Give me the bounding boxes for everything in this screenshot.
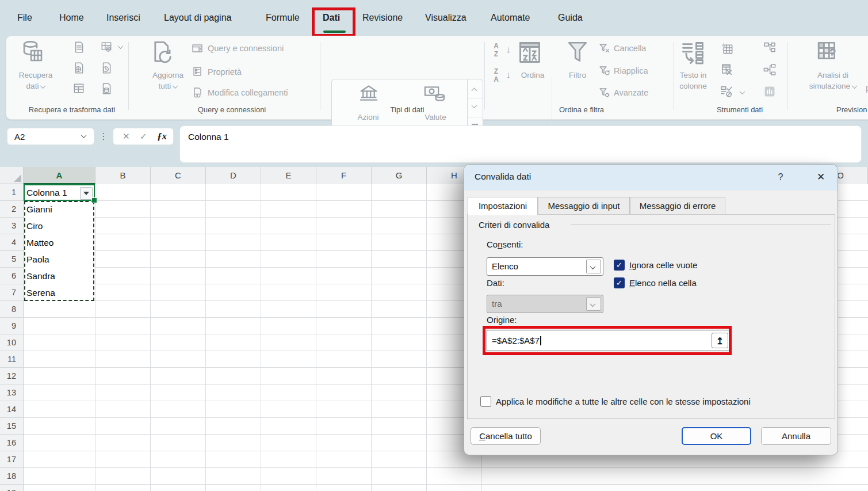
row-header-12[interactable]: 12 <box>0 368 24 385</box>
menu-tab-file[interactable]: File <box>17 0 32 36</box>
fill-handle[interactable] <box>91 197 97 203</box>
dialog-tab-messaggio-input[interactable]: Messaggio di input <box>538 197 630 215</box>
cell-a6[interactable]: Sandra <box>24 268 94 284</box>
from-text-csv-icon[interactable] <box>72 41 85 56</box>
row-header-10[interactable]: 10 <box>0 334 24 351</box>
dialog-titlebar[interactable]: Convalida dati ? ✕ <box>464 165 838 191</box>
row-header-14[interactable]: 14 <box>0 401 24 418</box>
cancel-entry-icon[interactable]: ✕ <box>123 128 130 144</box>
row-header-13[interactable]: 13 <box>0 385 24 401</box>
confirm-entry-icon[interactable]: ✓ <box>140 128 147 144</box>
formula-bar[interactable]: Colonna 1 <box>179 125 862 163</box>
dialog-close-button[interactable]: ✕ <box>813 170 829 185</box>
column-header-F[interactable]: F <box>316 167 372 184</box>
data-validation-icon[interactable] <box>720 85 733 101</box>
properties-button[interactable]: Proprietà <box>208 67 242 77</box>
row-header-8[interactable]: 8 <box>0 301 24 318</box>
cell-a4[interactable]: Matteo <box>24 234 94 251</box>
sort-button[interactable]: Ordina <box>515 70 550 81</box>
text-to-columns-button[interactable]: Testo incolonne <box>672 70 714 92</box>
row-header-9[interactable]: 9 <box>0 318 24 334</box>
from-picture-icon[interactable] <box>100 41 113 56</box>
from-table-range-icon[interactable] <box>72 82 85 97</box>
menu-tab-home[interactable]: Home <box>59 0 84 36</box>
data-model-icon[interactable] <box>763 85 777 101</box>
in-cell-dropdown-label[interactable]: Elenco nella cella <box>629 278 697 288</box>
formula-bar-options-icon[interactable]: ⋮ <box>99 128 108 145</box>
dialog-help-button[interactable]: ? <box>774 170 787 184</box>
advanced-filter-button[interactable]: Avanzate <box>614 88 648 97</box>
get-data-button[interactable]: Recupera dati <box>16 70 56 92</box>
gallery-scroll-down-button[interactable] <box>468 98 483 117</box>
section-divider <box>571 224 831 224</box>
row-header-17[interactable]: 17 <box>0 451 24 468</box>
cell-a5[interactable]: Paola <box>24 251 94 268</box>
apply-to-all-label[interactable]: Applica le modifiche a tutte le altre ce… <box>496 397 751 406</box>
recent-sources-icon[interactable] <box>100 62 113 77</box>
in-cell-dropdown-checkbox[interactable]: ✓ <box>614 277 625 288</box>
what-if-analysis-button[interactable]: Analisi di simulazione <box>801 70 865 92</box>
cell-a7[interactable]: Serena <box>24 284 94 301</box>
refresh-all-button[interactable]: Aggiorna tutti <box>139 70 197 92</box>
menu-tab-guida[interactable]: Guida <box>558 0 583 36</box>
row-header-11[interactable]: 11 <box>0 351 24 368</box>
dropdown-button[interactable] <box>586 260 601 273</box>
menu-tab-formule[interactable]: Formule <box>266 0 300 36</box>
cell-a1-table-header[interactable]: Colonna 1 <box>24 185 94 200</box>
ignore-blank-label[interactable]: Ignora celle vuote <box>629 260 697 270</box>
from-picture-chevron-icon[interactable] <box>118 43 124 49</box>
column-header-B[interactable]: B <box>95 167 151 184</box>
sort-za-button[interactable]: ZA↓ <box>492 66 512 87</box>
menu-tab-inserisci[interactable]: Inserisci <box>106 0 140 36</box>
column-header-D[interactable]: D <box>206 167 261 184</box>
queries-connections-button[interactable]: Query e connessioni <box>208 44 284 53</box>
allow-dropdown[interactable]: Elenco <box>487 257 603 276</box>
column-header-A[interactable]: A <box>24 167 95 184</box>
row-header-4[interactable]: 4 <box>0 234 24 251</box>
data-validation-chevron-icon[interactable] <box>740 89 745 94</box>
menu-tab-revisione[interactable]: Revisione <box>362 0 403 36</box>
sort-az-button[interactable]: AZ↓ <box>492 41 512 62</box>
apply-to-all-checkbox[interactable] <box>480 396 491 407</box>
existing-connections-icon[interactable] <box>100 82 113 97</box>
cancel-button[interactable]: Annulla <box>761 427 831 445</box>
clear-filter-button[interactable]: Cancella <box>614 44 646 53</box>
row-header-2[interactable]: 2 <box>0 201 24 218</box>
row-header-19[interactable]: 19 <box>0 485 24 491</box>
column-header-E[interactable]: E <box>261 167 316 184</box>
consolidate-icon[interactable] <box>763 41 777 57</box>
row-header-5[interactable]: 5 <box>0 251 24 268</box>
menu-tab-visualizza[interactable]: Visualizza <box>425 0 466 36</box>
row-header-16[interactable]: 16 <box>0 435 24 451</box>
relationships-icon[interactable] <box>763 63 777 79</box>
select-all-corner[interactable] <box>0 167 24 184</box>
flash-fill-icon[interactable] <box>720 41 733 57</box>
row-header-1[interactable]: 1 <box>0 184 24 201</box>
menu-tab-layout[interactable]: Layout di pagina <box>164 0 231 36</box>
dialog-tab-impostazioni[interactable]: Impostazioni <box>468 197 538 215</box>
row-header-18[interactable]: 18 <box>0 468 24 485</box>
clear-all-button[interactable]: Cancella tutto <box>471 427 541 445</box>
chevron-down-icon <box>852 83 858 89</box>
dialog-tab-messaggio-errore[interactable]: Messaggio di errore <box>630 197 725 215</box>
from-web-icon[interactable] <box>72 62 85 77</box>
ok-button[interactable]: OK <box>682 427 751 445</box>
menu-tab-automate[interactable]: Automate <box>491 0 530 36</box>
row-header-6[interactable]: 6 <box>0 268 24 284</box>
table-filter-button[interactable] <box>80 187 93 200</box>
cell-a2[interactable]: Gianni <box>24 201 94 218</box>
cell-a3[interactable]: Ciro <box>24 218 94 234</box>
reapply-filter-button[interactable]: Riapplica <box>614 66 648 75</box>
filter-button[interactable]: Filtro <box>560 70 595 81</box>
insert-function-icon[interactable]: ƒx <box>157 128 167 144</box>
column-header-G[interactable]: G <box>372 167 427 184</box>
edit-links-button[interactable]: Modifica collegamenti <box>208 88 288 97</box>
row-header-7[interactable]: 7 <box>0 284 24 301</box>
ignore-blank-checkbox[interactable]: ✓ <box>614 260 625 271</box>
name-box[interactable]: A2 <box>7 128 94 145</box>
remove-duplicates-icon[interactable] <box>720 63 733 79</box>
row-header-3[interactable]: 3 <box>0 218 24 234</box>
row-header-15[interactable]: 15 <box>0 418 24 435</box>
column-header-C[interactable]: C <box>151 167 206 184</box>
gallery-scroll-up-button[interactable] <box>468 79 483 98</box>
